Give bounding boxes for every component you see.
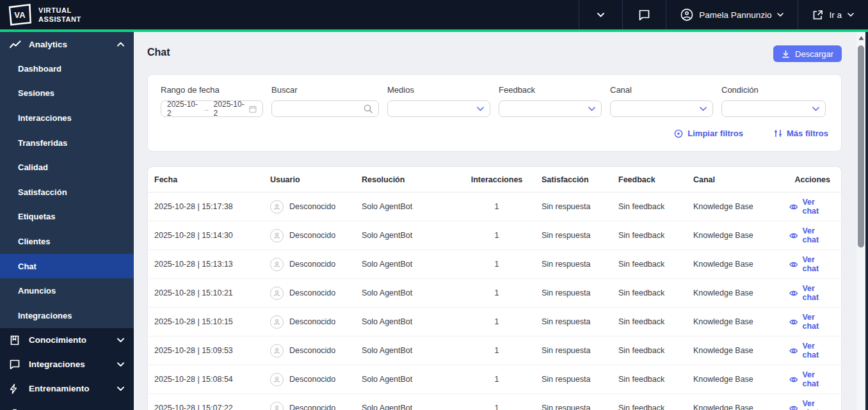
chevron-down-icon	[777, 13, 784, 17]
ver-chat-link[interactable]: Ver chat	[789, 255, 830, 273]
cell-resolucion: Solo AgentBot	[362, 404, 452, 410]
canal-label: Canal	[610, 85, 713, 95]
search-input[interactable]	[278, 104, 364, 113]
col-canal: Canal	[693, 175, 789, 184]
ver-chat-link[interactable]: Ver chat	[789, 342, 830, 359]
analytics-section: Analytics Dashboard Sesiones Interaccion…	[0, 32, 134, 328]
sidebar-item-dashboard[interactable]: Dashboard	[0, 56, 134, 81]
cell-satisfaccion: Sin respuesta	[542, 231, 618, 240]
cell-resolucion: Solo AgentBot	[362, 260, 452, 269]
date-range-label: Rango de fecha	[161, 85, 263, 95]
sidebar-group-analytics[interactable]: Analytics	[0, 32, 134, 56]
chevron-down-icon	[117, 386, 124, 391]
cell-fecha: 2025-10-28 | 15:10:21	[154, 288, 270, 297]
gear-icon	[10, 408, 21, 410]
more-filters-button[interactable]: Más filtros	[774, 129, 828, 138]
canal-select[interactable]	[610, 100, 713, 117]
scrollbar-thumb[interactable]	[858, 45, 864, 248]
cell-fecha: 2025-10-28 | 15:14:30	[154, 231, 270, 240]
user-avatar-icon	[270, 200, 284, 214]
sidebar-item-integraciones-analytics[interactable]: Integraciones	[0, 303, 134, 328]
cell-usuario: Desconocido	[270, 258, 362, 271]
cell-feedback: Sin feedback	[618, 288, 693, 297]
ver-chat-link[interactable]: Ver chat	[789, 370, 830, 388]
cell-interacciones: 1	[452, 346, 542, 355]
topbar-user-menu[interactable]: Pamela Pannunzio	[666, 0, 798, 29]
va-logo-icon: VA	[8, 4, 31, 26]
cell-resolucion: Solo AgentBot	[362, 288, 452, 297]
sidebar-group-integraciones[interactable]: Integraciones	[0, 352, 134, 377]
ver-chat-link[interactable]: Ver chat	[789, 399, 830, 410]
medios-select[interactable]	[387, 100, 490, 117]
download-button[interactable]: Descargar	[773, 45, 842, 62]
cell-feedback: Sin feedback	[618, 202, 693, 211]
cell-usuario: Desconocido	[270, 373, 362, 386]
feedback-select[interactable]	[499, 100, 602, 117]
user-avatar-icon	[270, 229, 284, 242]
sidebar-group-conocimiento[interactable]: Conocimiento	[0, 328, 134, 352]
sidebar-item-anuncios[interactable]: Anuncios	[0, 278, 134, 303]
user-circle-icon	[680, 8, 693, 21]
condicion-select[interactable]	[721, 100, 826, 117]
sidebar-item-transferidas[interactable]: Transferidas	[0, 130, 134, 155]
sidebar-item-calidad[interactable]: Calidad	[0, 155, 134, 180]
cell-resolucion: Solo AgentBot	[362, 202, 452, 211]
cell-satisfaccion: Sin respuesta	[542, 288, 618, 297]
cell-satisfaccion: Sin respuesta	[542, 317, 618, 326]
ver-chat-link[interactable]: Ver chat	[789, 198, 830, 216]
cell-interacciones: 1	[452, 317, 542, 326]
topbar-goto-menu[interactable]: Ir a	[798, 0, 868, 29]
cell-feedback: Sin feedback	[618, 346, 693, 355]
scrollbar-up-icon[interactable]	[858, 35, 864, 41]
col-feedback: Feedback	[618, 175, 693, 184]
chevron-up-icon	[117, 42, 124, 47]
cell-interacciones: 1	[452, 260, 542, 269]
clear-filters-button[interactable]: Limpiar filtros	[674, 129, 743, 138]
cell-resolucion: Solo AgentBot	[362, 231, 452, 240]
lightning-icon	[10, 384, 21, 394]
sidebar-item-clientes[interactable]: Clientes	[0, 229, 134, 254]
sidebar-item-satisfaccion[interactable]: Satisfacción	[0, 180, 134, 205]
chat-table: Fecha Usuario Resolución Interacciones S…	[147, 166, 842, 410]
cell-satisfaccion: Sin respuesta	[542, 346, 618, 355]
medios-label: Medios	[387, 85, 490, 95]
sidebar-item-sesiones[interactable]: Sesiones	[0, 81, 134, 106]
cell-usuario: Desconocido	[270, 229, 362, 242]
table-row: 2025-10-28 | 15:08:54 Desconocido Solo A…	[148, 365, 841, 394]
topbar-messages-button[interactable]	[622, 0, 666, 29]
cell-usuario: Desconocido	[270, 315, 362, 329]
date-range-field: Rango de fecha 2025-10-2 → 2025-10-2	[161, 85, 263, 117]
search-label: Buscar	[271, 85, 379, 95]
sidebar-item-interacciones[interactable]: Interacciones	[0, 106, 134, 130]
cell-feedback: Sin feedback	[618, 404, 693, 410]
sidebar-item-etiquetas[interactable]: Etiquetas	[0, 205, 134, 230]
brand[interactable]: VA VIRTUAL ASSISTANT	[0, 0, 81, 29]
table-row: 2025-10-28 | 15:13:13 Desconocido Solo A…	[148, 250, 841, 279]
eye-icon	[789, 347, 798, 354]
date-range-input[interactable]: 2025-10-2 → 2025-10-2	[161, 100, 263, 117]
external-link-icon	[812, 10, 823, 20]
sidebar-group-partial[interactable]	[0, 401, 134, 410]
search-icon	[364, 104, 373, 113]
search-field: Buscar	[271, 85, 379, 117]
cell-feedback: Sin feedback	[618, 317, 693, 326]
topbar-dropdown[interactable]	[579, 0, 622, 29]
sidebar-group-entrenamiento[interactable]: Entrenamiento	[0, 377, 134, 401]
cell-canal: Knowledge Base	[693, 404, 789, 410]
ver-chat-link[interactable]: Ver chat	[789, 284, 830, 302]
cell-usuario: Desconocido	[270, 287, 362, 300]
cell-fecha: 2025-10-28 | 15:08:54	[154, 375, 270, 384]
eye-icon	[789, 319, 798, 326]
clear-filters-icon	[674, 129, 683, 138]
cell-canal: Knowledge Base	[693, 231, 789, 240]
filter-panel: Rango de fecha 2025-10-2 → 2025-10-2 Bus…	[147, 74, 842, 152]
sidebar-item-chat[interactable]: Chat	[0, 254, 134, 279]
ver-chat-link[interactable]: Ver chat	[789, 313, 830, 331]
cell-canal: Knowledge Base	[693, 260, 789, 269]
ver-chat-link[interactable]: Ver chat	[789, 226, 830, 244]
user-avatar-icon	[270, 373, 284, 386]
cell-canal: Knowledge Base	[693, 317, 789, 326]
condicion-label: Condición	[721, 85, 826, 95]
select-chevron-icon	[477, 107, 484, 111]
cell-canal: Knowledge Base	[693, 346, 789, 355]
